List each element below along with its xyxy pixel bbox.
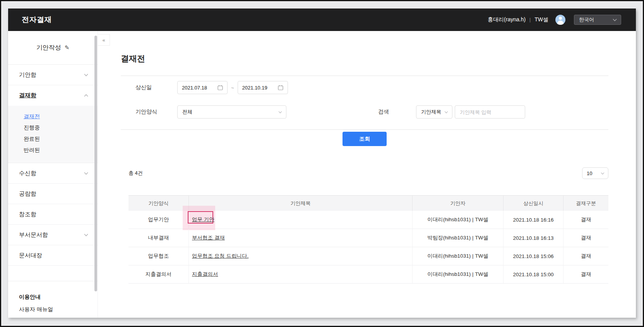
date-from-value: 2021.07.18: [182, 85, 207, 91]
compose-label: 기안작성: [36, 44, 61, 52]
sidebar: 기안작성 ✎ 기안함 결재함 결재전 진행중 완료된 반려된: [8, 31, 98, 318]
column-header-form: 기안양식: [128, 196, 188, 211]
app-window: 전자결재 홍대리(rayna.h) | TW셀 한국어 기안작성 ✎ 기안함: [8, 9, 636, 318]
page-size-select[interactable]: 10: [582, 167, 608, 179]
search-button[interactable]: 조회: [343, 132, 387, 146]
compose-button[interactable]: 기안작성 ✎: [8, 31, 98, 65]
user-name: 홍대리(rayna.h): [488, 16, 526, 23]
date-from-input[interactable]: 2021.07.18: [177, 81, 228, 94]
cell-form: 업무협조: [128, 247, 188, 265]
cell-submitted: 2021.10.18 16:13: [503, 229, 563, 247]
sidebar-item-inbox[interactable]: 수신함: [8, 163, 98, 184]
cell-title: 업무 기안: [188, 211, 412, 229]
language-value: 한국어: [579, 16, 594, 23]
chevron-down-icon: [84, 171, 88, 175]
document-title-link[interactable]: 지출결의서: [192, 271, 218, 278]
table-header-row: 기안양식 기안제목 기안자 상신일시 결재구분: [128, 195, 608, 211]
table-row: 내부결재 부서협조 결재 박팀장(hihsb1031) | TW셀 2021.1…: [128, 229, 608, 247]
date-to-input[interactable]: 2021.10.19: [238, 81, 288, 94]
sidebar-footer: 이용안내 사용자 매뉴얼: [8, 281, 98, 315]
document-title-link[interactable]: 부서협조 결재: [192, 234, 225, 241]
chevron-down-icon: [84, 232, 88, 236]
cell-drafter: 이대리(hihsb1031) | TW셀: [412, 265, 503, 283]
user-team: TW셀: [534, 16, 548, 23]
cell-title: 부서협조 결재: [188, 229, 412, 247]
document-title-link[interactable]: 업무 기안: [192, 216, 214, 223]
approval-submenu: 결재전 진행중 완료된 반려된: [8, 106, 98, 163]
cell-submitted: 2021.10.18 15:06: [503, 247, 563, 265]
page-title: 결재전: [121, 53, 608, 64]
sidebar-item-cc-box[interactable]: 참조함: [8, 204, 98, 225]
documents-table: 기안양식 기안제목 기안자 상신일시 결재구분 업무기안 업무 기안: [128, 195, 608, 284]
header-user-area: 홍대리(rayna.h) | TW셀 한국어: [488, 15, 621, 25]
form-type-value: 전체: [182, 108, 192, 115]
table-row: 지출결의서 지출결의서 이대리(hihsb1031) | TW셀 2021.10…: [128, 265, 608, 284]
chevron-down-icon: [613, 17, 617, 21]
cell-drafter: 박팀장(hihsb1031) | TW셀: [412, 229, 503, 247]
date-range-tilde: ~: [231, 85, 234, 91]
page-size-value: 10: [587, 170, 592, 176]
date-to-value: 2021.10.19: [242, 85, 267, 91]
calendar-icon: [278, 85, 283, 90]
user-manual-link[interactable]: 사용자 매뉴얼: [19, 303, 98, 315]
form-type-label: 기안양식: [135, 108, 177, 115]
results-bar: 총 4건 10: [128, 167, 608, 179]
sidebar-scrollbar[interactable]: [94, 36, 97, 291]
total-count: 총 4건: [128, 170, 143, 177]
chevron-down-icon: [601, 171, 604, 174]
submenu-item-in-progress[interactable]: 진행중: [8, 122, 98, 133]
date-filter-label: 상신일: [135, 84, 177, 91]
calendar-icon: [218, 85, 223, 90]
document-title-link[interactable]: 업무협조 요청 드립니다.: [192, 253, 248, 260]
search-input[interactable]: [455, 105, 525, 119]
cell-title: 지출결의서: [188, 265, 412, 283]
header-separator: |: [529, 17, 531, 22]
column-header-status: 결재구분: [563, 196, 608, 211]
sidebar-collapse-button[interactable]: «: [98, 34, 110, 46]
cell-form: 내부결재: [128, 229, 188, 247]
cell-status: 결재: [563, 247, 608, 265]
search-label: 검색: [378, 108, 416, 115]
submenu-item-before-approval[interactable]: 결재전: [8, 111, 98, 122]
chevron-down-icon: [445, 110, 448, 113]
search-field-select[interactable]: 기안제목: [416, 105, 452, 119]
app-header: 전자결재 홍대리(rayna.h) | TW셀 한국어: [8, 9, 636, 31]
usage-guide-heading: 이용안내: [19, 291, 98, 303]
column-header-drafter: 기안자: [412, 196, 503, 211]
table-row: 업무기안 업무 기안 이대리(hihsb1031) | TW셀 2021.10.…: [128, 211, 608, 229]
submenu-item-completed[interactable]: 완료된: [8, 133, 98, 145]
sidebar-item-public-box[interactable]: 공람함: [8, 184, 98, 204]
cell-drafter: 이대리(hihsb1031) | TW셀: [412, 211, 503, 229]
form-type-select[interactable]: 전체: [177, 105, 286, 119]
cell-submitted: 2021.10.18 15:00: [503, 265, 563, 283]
pencil-icon: ✎: [65, 44, 70, 51]
cell-drafter: 이대리(hihsb1031) | TW셀: [412, 247, 503, 265]
sidebar-spacer: [8, 266, 98, 281]
cell-status: 결재: [563, 229, 608, 247]
sidebar-item-department-docs[interactable]: 부서문서함: [8, 225, 98, 245]
chevron-down-icon: [84, 72, 88, 76]
main-content: « 결재전 상신일 2021.07.18: [98, 31, 636, 318]
submenu-item-rejected[interactable]: 반려된: [8, 145, 98, 156]
cell-form: 업무기안: [128, 211, 188, 229]
filter-panel: 상신일 2021.07.18 ~ 2: [121, 76, 608, 130]
cell-status: 결재: [563, 265, 608, 283]
cell-submitted: 2021.10.18 16:16: [503, 211, 563, 229]
cell-title: 업무협조 요청 드립니다.: [188, 247, 412, 265]
screenshot-frame: 전자결재 홍대리(rayna.h) | TW셀 한국어 기안작성 ✎ 기안함: [0, 0, 644, 327]
chevron-down-icon: [279, 110, 282, 113]
cell-form: 지출결의서: [128, 265, 188, 283]
chevron-up-icon: [84, 94, 88, 98]
table-row: 업무협조 업무협조 요청 드립니다. 이대리(hihsb1031) | TW셀 …: [128, 247, 608, 265]
language-select[interactable]: 한국어: [574, 15, 621, 25]
cell-status: 결재: [563, 211, 608, 229]
column-header-submitted: 상신일시: [503, 196, 563, 211]
column-header-title: 기안제목: [188, 196, 412, 211]
sidebar-item-approval-box[interactable]: 결재함: [8, 85, 98, 106]
search-field-value: 기안제목: [421, 108, 441, 115]
sidebar-item-document-ledger[interactable]: 문서대장: [8, 245, 98, 266]
user-avatar[interactable]: [555, 15, 565, 25]
app-title: 전자결재: [22, 15, 52, 25]
sidebar-item-draft-box[interactable]: 기안함: [8, 65, 98, 85]
